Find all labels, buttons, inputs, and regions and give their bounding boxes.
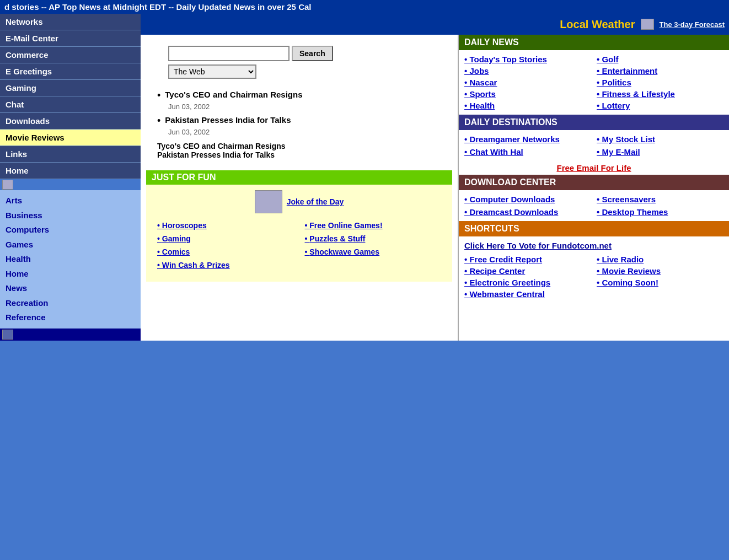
news-bullet: • [157, 90, 160, 101]
link-cell: • Screensavers [597, 195, 723, 204]
free-email-row: Free Email For Life [459, 161, 729, 175]
sidebar-nav-item-links[interactable]: Links [0, 146, 141, 163]
sidebar-icon [2, 180, 13, 190]
fun-link-gaming[interactable]: Gaming [157, 234, 294, 243]
link-electronic-greetings[interactable]: • Electronic Greetings [464, 278, 550, 287]
link-my-e-mail[interactable]: • My E-Mail [597, 147, 640, 157]
link-sports[interactable]: • Sports [464, 89, 496, 99]
fun-link-shockwave-games[interactable]: Shockwave Games [305, 247, 442, 256]
link-cell: • Dreamcast Downloads [464, 207, 591, 217]
link-cell: • Entertainment [597, 66, 723, 76]
news-headline-link[interactable]: Pakistan Presses India for Talks [165, 115, 291, 125]
sidebar-link-reference[interactable]: Reference [6, 310, 135, 325]
link-computer-downloads[interactable]: • Computer Downloads [464, 195, 555, 204]
daily-dest-header: DAILY DESTINATIONS [459, 115, 729, 130]
fun-link-win-cash-&-prizes[interactable]: Win Cash & Prizes [157, 261, 294, 270]
sidebar-link-computers[interactable]: Computers [6, 223, 135, 238]
news-headline-link[interactable]: Tyco's CEO and Chairman Resigns [165, 90, 302, 99]
sidebar-nav-item-networks[interactable]: Networks [0, 14, 141, 30]
link-cell: • Recipe Center [464, 266, 591, 276]
link-fitness-&-lifestyle[interactable]: • Fitness & Lifestyle [597, 89, 675, 99]
sidebar-nav-item-commerce[interactable]: Commerce [0, 47, 141, 63]
link-free-credit-report[interactable]: • Free Credit Report [464, 255, 542, 264]
link-health[interactable]: • Health [464, 101, 495, 110]
fun-link-horoscopes[interactable]: Horoscopes [157, 221, 294, 230]
search-input[interactable] [168, 46, 290, 61]
shortcuts-body: Click Here To Vote for Fundotcom.net • F… [459, 236, 729, 303]
link-my-stock-list[interactable]: • My Stock List [597, 134, 655, 144]
link-golf[interactable]: • Golf [597, 55, 618, 64]
fun-links-grid: HoroscopesGamingComicsWin Cash & PrizesF… [152, 219, 447, 276]
link-movie-reviews[interactable]: • Movie Reviews [597, 266, 661, 276]
link-today's-top-stories[interactable]: • Today's Top Stories [464, 55, 547, 64]
link-cell: • Health [464, 101, 591, 110]
weather-label: Local Weather [560, 18, 635, 31]
download-links: • Computer Downloads• Screensavers• Drea… [459, 190, 729, 221]
link-cell: • Lottery [597, 101, 723, 110]
news-summary-line: Tyco's CEO and Chairman Resigns [157, 142, 447, 150]
sidebar-bottom-bar [0, 329, 141, 341]
sidebar-link-business[interactable]: Business [6, 208, 135, 223]
link-cell: • Desktop Themes [597, 207, 723, 217]
shortcuts-links: • Free Credit Report• Live Radio• Recipe… [464, 255, 723, 299]
link-entertainment[interactable]: • Entertainment [597, 66, 657, 76]
joke-icon [255, 190, 282, 213]
sidebar-nav-item-movie-reviews[interactable]: Movie Reviews [0, 130, 141, 146]
daily-news-links: • Today's Top Stories• Golf• Jobs• Enter… [459, 50, 729, 115]
link-cell: • Nascar [464, 78, 591, 87]
link-nascar[interactable]: • Nascar [464, 78, 497, 87]
link-politics[interactable]: • Politics [597, 78, 631, 87]
sidebar-link-games[interactable]: Games [6, 238, 135, 252]
link-cell: • Coming Soon! [597, 278, 723, 287]
forecast-link[interactable]: The 3-day Forecast [660, 20, 725, 29]
sidebar-nav: NetworksE-Mail CenterCommerceE Greetings… [0, 14, 141, 179]
vote-link[interactable]: Click Here To Vote for Fundotcom.net [464, 241, 723, 250]
news-item: •Tyco's CEO and Chairman Resigns [157, 90, 447, 101]
sidebar-nav-item-home[interactable]: Home [0, 163, 141, 179]
content-area: Local Weather The 3-day Forecast Search … [141, 14, 729, 341]
sidebar-bottom-icon [2, 330, 13, 340]
fun-col-left: HoroscopesGamingComicsWin Cash & Prizes [157, 221, 294, 274]
sidebar-link-recreation[interactable]: Recreation [6, 296, 135, 311]
sidebar-nav-item-chat[interactable]: Chat [0, 96, 141, 113]
sidebar-link-home[interactable]: Home [6, 267, 135, 282]
fun-link-comics[interactable]: Comics [157, 247, 294, 256]
link-cell: • My Stock List [597, 134, 723, 144]
news-summary: Tyco's CEO and Chairman ResignsPakistan … [157, 142, 447, 159]
link-desktop-themes[interactable]: • Desktop Themes [597, 207, 668, 217]
sidebar-link-news[interactable]: News [6, 281, 135, 296]
sidebar-nav-item-gaming[interactable]: Gaming [0, 80, 141, 96]
link-cell: • Electronic Greetings [464, 278, 591, 287]
free-email-link[interactable]: Free Email For Life [556, 163, 631, 173]
link-webmaster-central[interactable]: • Webmaster Central [464, 289, 545, 299]
sidebar-nav-item-e-greetings[interactable]: E Greetings [0, 63, 141, 80]
link-lottery[interactable]: • Lottery [597, 101, 630, 110]
fun-content: Joke of the Day HoroscopesGamingComicsWi… [146, 185, 452, 282]
fun-link-puzzles-&-stuff[interactable]: Puzzles & Stuff [305, 234, 442, 243]
link-screensavers[interactable]: • Screensavers [597, 195, 656, 204]
sidebar-nav-item-e-mail-center[interactable]: E-Mail Center [0, 30, 141, 47]
joke-row: Joke of the Day [152, 190, 447, 213]
ticker-text: d stories -- AP Top News at Midnight EDT… [4, 2, 311, 12]
sidebar-link-arts[interactable]: Arts [6, 193, 135, 208]
link-cell: • Live Radio [597, 255, 723, 264]
sidebar-link-health[interactable]: Health [6, 252, 135, 267]
search-dropdown[interactable]: The Web Images News [168, 64, 256, 79]
search-button[interactable]: Search [292, 46, 333, 61]
news-summary-line: Pakistan Presses India for Talks [157, 150, 447, 159]
joke-link[interactable]: Joke of the Day [287, 197, 344, 206]
link-coming-soon![interactable]: • Coming Soon! [597, 278, 658, 287]
link-cell: • Computer Downloads [464, 195, 591, 204]
fun-link-free-online-games![interactable]: Free Online Games! [305, 221, 442, 230]
link-recipe-center[interactable]: • Recipe Center [464, 266, 525, 276]
download-center-header: DOWNLOAD CENTER [459, 175, 729, 190]
link-dreamgamer-networks[interactable]: • Dreamgamer Networks [464, 134, 560, 144]
just-for-fun-title: JUST FOR FUN [152, 173, 216, 182]
just-for-fun-section: JUST FOR FUN [146, 170, 452, 185]
weather-icon [641, 19, 654, 30]
link-dreamcast-downloads[interactable]: • Dreamcast Downloads [464, 207, 558, 217]
link-live-radio[interactable]: • Live Radio [597, 255, 644, 264]
link-chat-with-hal[interactable]: • Chat With Hal [464, 147, 523, 157]
link-jobs[interactable]: • Jobs [464, 66, 489, 76]
sidebar-nav-item-downloads[interactable]: Downloads [0, 113, 141, 130]
